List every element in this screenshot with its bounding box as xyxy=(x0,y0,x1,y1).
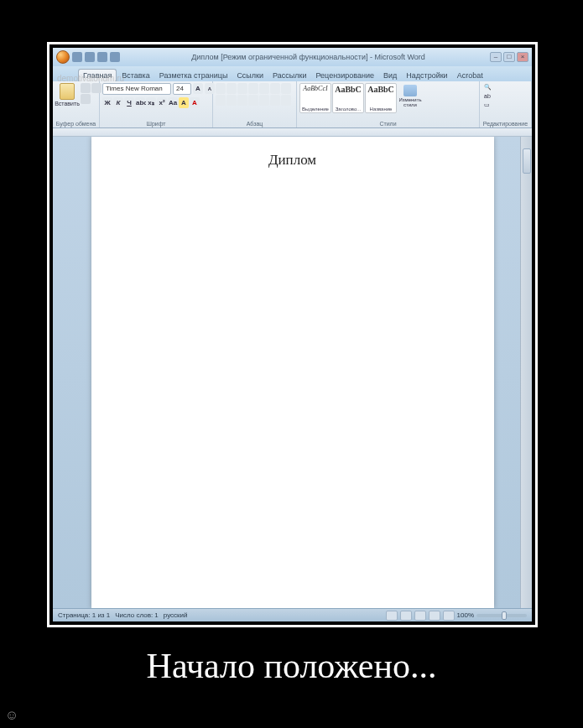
bullets-icon[interactable] xyxy=(216,83,226,94)
tab-home[interactable]: Главная xyxy=(78,69,117,81)
window-controls: – □ × xyxy=(490,52,528,62)
vertical-scrollbar[interactable] xyxy=(520,137,532,608)
font-color-icon[interactable]: A xyxy=(190,97,200,108)
tab-view[interactable]: Вид xyxy=(379,70,401,81)
borders-icon[interactable] xyxy=(281,95,291,106)
sort-icon[interactable] xyxy=(270,83,280,94)
group-styles-label: Стили xyxy=(299,120,476,127)
style-name: Выделение xyxy=(302,107,329,112)
save-icon[interactable] xyxy=(72,52,82,62)
group-clipboard: Вставить Буфер обмена xyxy=(53,81,100,127)
view-print-layout-icon[interactable] xyxy=(386,611,398,621)
style-preview: AaBbC xyxy=(335,85,362,94)
qat-more-icon[interactable] xyxy=(110,52,120,62)
word-window: Диплом [Режим ограниченной функционально… xyxy=(53,48,532,621)
increase-indent-icon[interactable] xyxy=(259,83,269,94)
ruler[interactable] xyxy=(53,128,532,137)
bold-button[interactable]: Ж xyxy=(102,97,112,108)
change-styles-icon xyxy=(403,85,417,96)
line-spacing-icon[interactable] xyxy=(259,95,269,106)
document-area: Диплом xyxy=(53,137,532,608)
paste-icon xyxy=(60,83,75,100)
minimize-button[interactable]: – xyxy=(490,52,502,62)
scrollbar-thumb[interactable] xyxy=(523,148,531,174)
cut-icon[interactable] xyxy=(81,83,91,93)
select-button[interactable]: ▭ xyxy=(482,101,493,109)
highlight-icon[interactable]: A xyxy=(179,97,189,108)
style-preview: AaBbC xyxy=(367,85,394,94)
superscript-icon[interactable]: x² xyxy=(157,97,167,108)
grow-font-icon[interactable]: A xyxy=(193,83,203,94)
tab-insert[interactable]: Вставка xyxy=(117,70,154,81)
multilevel-icon[interactable] xyxy=(237,83,247,94)
font-name-combo[interactable]: Times New Roman xyxy=(102,83,171,95)
group-editing-label: Редактирование xyxy=(482,120,528,127)
styles-gallery[interactable]: AaBbCcI Выделение AaBbC Заголово... AaBb… xyxy=(299,83,423,113)
ribbon: Вставить Буфер обмена Times New Roman 24 xyxy=(53,81,532,128)
document-heading: Диплом xyxy=(91,152,494,169)
tab-review[interactable]: Рецензирование xyxy=(311,70,378,81)
tab-addins[interactable]: Надстройки xyxy=(402,70,451,81)
window-title: Диплом [Режим ограниченной функционально… xyxy=(127,53,490,61)
group-paragraph-label: Абзац xyxy=(216,120,294,127)
tab-acrobat[interactable]: Acrobat xyxy=(453,70,487,81)
style-name: Заголово... xyxy=(336,107,362,112)
strikethrough-icon[interactable]: abc xyxy=(135,97,145,108)
change-styles-button[interactable]: Изменить стили xyxy=(398,83,423,113)
style-preview: AaBbCcI xyxy=(303,85,327,92)
show-marks-icon[interactable] xyxy=(281,83,291,94)
group-font: Times New Roman 24 A A Ж К Ч abc x₂ x² A… xyxy=(100,81,213,127)
align-center-icon[interactable] xyxy=(226,95,237,106)
zoom-value[interactable]: 100% xyxy=(457,611,474,619)
ribbon-tabs: Главная Вставка Разметка страницы Ссылки… xyxy=(53,66,532,81)
replace-button[interactable]: ab xyxy=(482,92,493,100)
style-heading[interactable]: AaBbC Заголово... xyxy=(332,83,364,113)
site-logo-icon: ☺ xyxy=(5,708,18,723)
font-size-combo[interactable]: 24 xyxy=(173,83,191,95)
status-page[interactable]: Страница: 1 из 1 xyxy=(58,611,110,619)
align-left-icon[interactable] xyxy=(216,95,226,106)
undo-icon[interactable] xyxy=(85,52,95,62)
status-words[interactable]: Число слов: 1 xyxy=(115,611,159,619)
align-right-icon[interactable] xyxy=(237,95,247,106)
group-clipboard-label: Буфер обмена xyxy=(55,120,96,127)
close-button[interactable]: × xyxy=(517,52,528,62)
tab-layout[interactable]: Разметка страницы xyxy=(155,70,232,81)
status-language[interactable]: русский xyxy=(164,611,188,619)
shading-icon[interactable] xyxy=(270,95,280,106)
zoom-slider[interactable] xyxy=(476,614,527,617)
quick-access-toolbar xyxy=(72,52,120,62)
tab-references[interactable]: Ссылки xyxy=(232,70,268,81)
group-styles: AaBbCcI Выделение AaBbC Заголово... AaBb… xyxy=(297,81,480,127)
view-outline-icon[interactable] xyxy=(429,611,440,621)
italic-button[interactable]: К xyxy=(113,97,123,108)
style-emphasis[interactable]: AaBbCcI Выделение xyxy=(299,83,331,113)
style-title[interactable]: AaBbC Название xyxy=(365,83,397,113)
paste-button[interactable]: Вставить xyxy=(55,83,79,107)
tab-mailings[interactable]: Рассылки xyxy=(268,70,310,81)
numbering-icon[interactable] xyxy=(226,83,237,94)
poster-frame: Диплом [Режим ограниченной функционально… xyxy=(47,42,538,627)
underline-button[interactable]: Ч xyxy=(124,97,134,108)
titlebar: Диплом [Режим ограниченной функционально… xyxy=(53,48,532,66)
decrease-indent-icon[interactable] xyxy=(248,83,258,94)
subscript-icon[interactable]: x₂ xyxy=(146,97,156,108)
maximize-button[interactable]: □ xyxy=(503,52,515,62)
format-painter-icon[interactable] xyxy=(81,94,91,104)
justify-icon[interactable] xyxy=(248,95,258,106)
office-button[interactable] xyxy=(56,50,70,64)
zoom-slider-thumb[interactable] xyxy=(502,611,507,620)
paste-label: Вставить xyxy=(55,101,80,107)
statusbar: Страница: 1 из 1 Число слов: 1 русский 1… xyxy=(53,608,532,621)
style-name: Название xyxy=(370,107,393,112)
change-styles-label: Изменить стили xyxy=(398,97,423,107)
view-full-screen-icon[interactable] xyxy=(400,611,412,621)
find-button[interactable]: 🔍 xyxy=(482,83,493,91)
view-draft-icon[interactable] xyxy=(443,611,455,621)
text-effects-icon[interactable]: Aa xyxy=(168,97,178,108)
redo-icon[interactable] xyxy=(97,52,107,62)
poster-caption: Начало положено... xyxy=(0,646,583,686)
group-editing: 🔍 ab ▭ Редактирование xyxy=(480,81,532,127)
view-web-icon[interactable] xyxy=(414,611,426,621)
document-page[interactable]: Диплом xyxy=(91,137,494,608)
